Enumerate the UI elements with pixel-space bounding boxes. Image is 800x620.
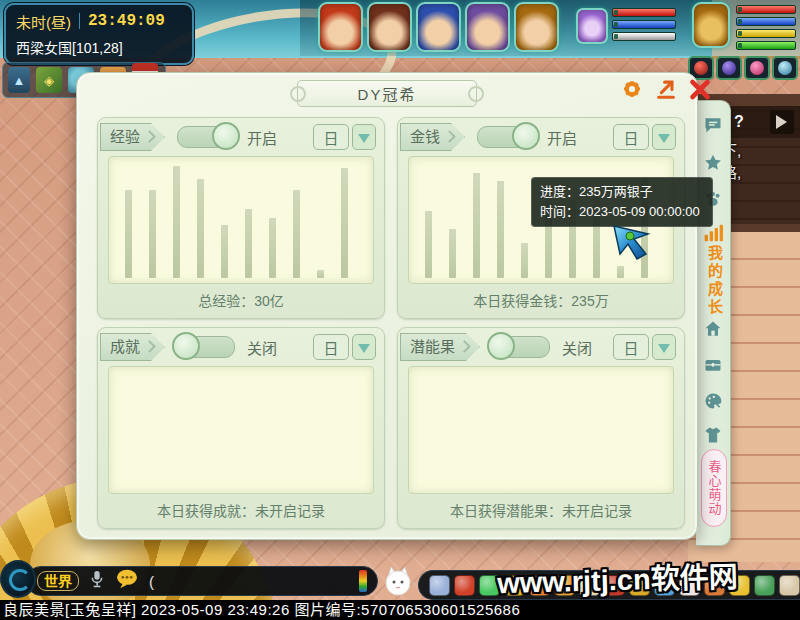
chat-bubble-icon[interactable] [703,115,723,135]
party-member-5-tiger-beast-avatar[interactable] [514,2,559,52]
chart-bar [197,179,204,278]
loyalty-bar [736,29,796,38]
panel-label: 潜能果 [400,333,480,361]
toggle-state: 关闭 [247,337,277,358]
share-arrow-icon[interactable] [654,77,678,101]
period-select[interactable]: 日 [613,124,649,150]
chart-bar [269,218,276,278]
taskbar-icon-book[interactable] [779,575,800,596]
potential-chart-empty [408,366,674,494]
help-icon[interactable]: ? [734,113,744,131]
dialog-side-tabs: 我的成长 春心萌动 [696,100,731,546]
buff-cyan-orb[interactable] [772,56,798,80]
chart-bar [497,181,504,278]
tooltip-time: 时间：2023-05-09 00:00:00 [540,202,704,222]
toggle-knob[interactable] [172,332,200,360]
toggle-knob[interactable] [512,122,540,150]
pet-purple-dragon-avatar[interactable] [576,8,608,44]
panel-caption: 本日获得潜能果：未开启记录 [398,500,684,520]
chart-bar [245,209,252,278]
microphone-icon[interactable] [89,569,105,593]
toggle-state: 关闭 [562,337,592,358]
achievement-toggle[interactable] [177,336,235,358]
watermark-text: www.rjtj.cn软件网 [496,553,738,601]
period-select[interactable]: 日 [613,334,649,360]
chart-bar [221,225,228,278]
summon-tiger-beast-avatar[interactable] [692,2,730,48]
chest-icon[interactable] [703,355,723,375]
taskbar-icon-small-chest[interactable] [754,575,775,596]
taskbar-icon-treasure-chest[interactable] [454,575,475,596]
play-arrow-button[interactable] [770,110,794,134]
dialog-controls [620,74,730,104]
experience-toggle[interactable] [177,126,235,148]
taskbar-icon-sword[interactable] [429,575,450,596]
shirt-icon[interactable] [703,425,723,445]
experience-chart [108,156,374,284]
chart-bar [341,168,348,278]
toggle-state: 开启 [247,127,277,148]
chart-bar [449,229,456,278]
dialog-title: DY冠希 [297,80,477,107]
chart-bar [425,211,432,278]
chart-bar [293,190,300,278]
chat-input[interactable]: ( [149,573,349,590]
chevron-down-icon[interactable] [652,124,676,150]
status-bar: 良辰美景[玉兔呈祥] 2023-05-09 23:49:26 图片编号:5707… [0,600,800,620]
house-icon[interactable] [703,319,723,339]
panel-experience: 经验 开启 日 总经验：30亿 [97,117,385,319]
chart-bar [125,190,132,278]
chart-bar [149,190,156,278]
money-toggle[interactable] [477,126,535,148]
panel-label: 金钱 [400,123,465,151]
chart-bar [521,243,528,278]
chat-dragon-ornament [0,560,36,598]
emote-bubble-icon[interactable] [115,569,139,593]
chevron-down-icon[interactable] [352,124,376,150]
panel-caption: 本日获得金钱：235万 [398,290,684,310]
gear-icon[interactable] [620,77,644,101]
panel-caption: 本日获得成就：未开启记录 [98,500,384,520]
panel-achievement: 成就 关闭 日 本日获得成就：未开启记录 [97,327,385,529]
chart-bar [173,166,180,278]
toggle-knob[interactable] [212,122,240,150]
toggle-state: 开启 [547,127,577,148]
color-picker-strip[interactable] [359,570,367,592]
tab-my-growth[interactable]: 我的成长 [704,245,725,317]
chart-tooltip: 进度：235万两银子 时间：2023-05-09 00:00:00 [531,177,713,227]
mp-bar [612,20,676,29]
party-member-3-blue-hair-avatar[interactable] [416,2,461,52]
achievement-chart-empty [108,366,374,494]
panel-label: 经验 [100,123,165,151]
hp-bar [736,5,796,14]
chart-bar [473,173,480,278]
tooltip-progress: 进度：235万两银子 [540,182,704,202]
hp-bar [612,8,676,17]
period-select[interactable]: 日 [313,334,349,360]
buff-pink-gem[interactable] [744,56,770,80]
panel-caption: 总经验：30亿 [98,290,384,310]
exp-bar [736,41,796,50]
chart-bar [617,266,624,278]
star-icon[interactable] [703,153,723,173]
panel-label: 成就 [100,333,165,361]
chart-bar [317,270,324,278]
palette-icon[interactable] [703,391,723,411]
chevron-down-icon[interactable] [652,334,676,360]
potential-toggle[interactable] [492,336,550,358]
chat-input-text: ( [149,573,154,590]
close-icon[interactable] [688,77,712,101]
toggle-knob[interactable] [487,332,515,360]
party-member-4-purple-hair-avatar[interactable] [465,2,510,52]
chevron-down-icon[interactable] [352,334,376,360]
period-select[interactable]: 日 [313,124,349,150]
white-cat-pet[interactable] [382,564,414,600]
party-member-2-brown-hair-avatar[interactable] [367,2,412,52]
panel-potential-fruit: 潜能果 关闭 日 本日获得潜能果：未开启记录 [397,327,685,529]
mouse-cursor [612,222,654,266]
party-member-1-red-hair-avatar[interactable] [318,2,363,52]
dy-guanxi-dialog: DY冠希 经验 开启 日 总经验：30亿 金钱 开启 日 本日获得金钱：235万 [76,72,698,540]
chat-channel-button[interactable]: 世界 [37,571,79,591]
event-button-spring[interactable]: 春心萌动 [701,449,727,527]
chat-bar: 世界 ( [26,566,378,596]
